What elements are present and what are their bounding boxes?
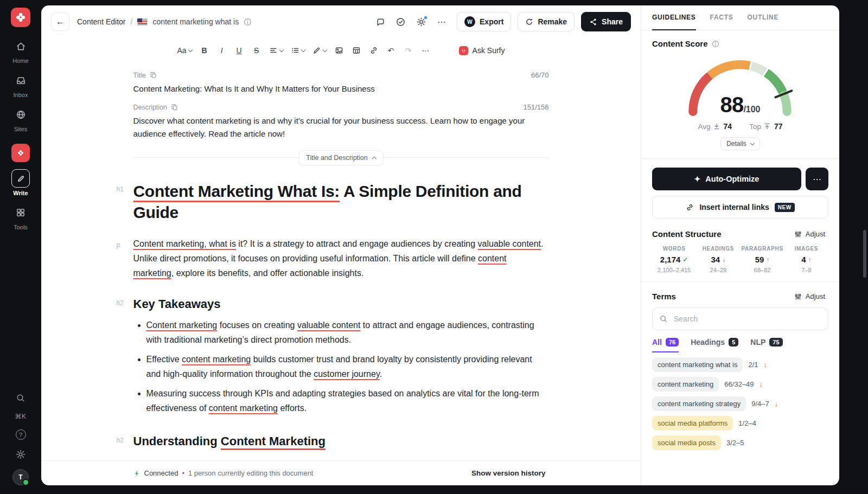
details-button[interactable]: Details <box>720 137 760 150</box>
terms-search-input[interactable] <box>673 314 821 324</box>
document-heading-1[interactable]: Content Marketing What Is: A Simple Defi… <box>133 181 549 223</box>
editor-area: ← Content Editor / content marketing wha… <box>41 5 641 485</box>
strikethrough-button[interactable]: S <box>248 42 265 59</box>
image-icon <box>335 46 343 55</box>
insert-internal-links-button[interactable]: Insert internal links NEW <box>652 196 828 219</box>
filter-count-badge: 75 <box>769 338 782 347</box>
share-button[interactable]: Share <box>581 12 631 31</box>
term-row: content marketing strategy 9/4–7 ↓ <box>652 396 828 411</box>
term-chip[interactable]: social media platforms <box>652 416 733 431</box>
block-type-label: h2 <box>117 299 124 307</box>
editing-status: 1 person currently editing this document <box>188 469 314 477</box>
terms-filter-nlp[interactable]: NLP 75 <box>750 338 782 352</box>
document-scroll-area[interactable]: Title 66/70 Content Marketing: What Is I… <box>41 63 641 460</box>
italic-button[interactable]: I <box>214 42 230 59</box>
document-heading-2[interactable]: Understanding Content Marketing <box>133 434 549 448</box>
copy-icon[interactable] <box>171 104 178 111</box>
highlight-pen-dropdown[interactable] <box>309 42 330 59</box>
tab-guidelines[interactable]: GUIDELINES <box>652 5 696 30</box>
insert-image-button[interactable] <box>331 42 347 59</box>
text-segment: . <box>380 369 382 378</box>
redo-button[interactable]: ↷ <box>400 42 417 59</box>
breadcrumb-app[interactable]: Content Editor <box>77 17 126 26</box>
document-heading-2[interactable]: Key Takeaways <box>133 297 549 311</box>
term-count: 9/4–7 <box>751 400 769 408</box>
sidebar-item-inbox[interactable]: Inbox <box>11 71 30 98</box>
surfer-logo[interactable] <box>11 8 30 27</box>
underline-button[interactable]: U <box>231 42 247 59</box>
seo-description-value[interactable]: Discover what content marketing is and w… <box>133 114 546 140</box>
tab-outline[interactable]: OUTLINE <box>747 5 778 30</box>
bullet-item[interactable]: Content marketing focuses on creating va… <box>146 318 549 347</box>
list-dropdown[interactable] <box>288 42 308 59</box>
content-score-title: Content Score <box>652 39 708 48</box>
us-flag-icon <box>137 18 148 25</box>
bullet-item[interactable]: Effective content marketing builds custo… <box>146 352 549 381</box>
document-paragraph[interactable]: Content marketing, what is it? It is a s… <box>133 236 549 281</box>
terms-filter-headings[interactable]: Headings 5 <box>691 338 738 352</box>
settings-gear-icon[interactable] <box>11 449 30 460</box>
terms-header: Terms Adjust <box>652 292 828 301</box>
sidebar-nav: Home Inbox Sites Write <box>0 37 41 230</box>
notification-dot <box>424 16 427 20</box>
terms-filter-all[interactable]: All 76 <box>652 338 679 352</box>
document-bullet-list: Content marketing focuses on creating va… <box>133 318 549 416</box>
comments-button[interactable] <box>371 13 388 30</box>
breadcrumb-document-title[interactable]: content marketing what is <box>152 17 239 26</box>
user-avatar[interactable]: T <box>12 469 29 485</box>
stat-label: HEADINGS <box>696 246 740 252</box>
arrow-down-icon: ↓ <box>722 256 725 264</box>
terms-adjust-button[interactable]: Adjust <box>791 292 828 301</box>
term-chip[interactable]: social media posts <box>652 435 721 450</box>
sidebar-item-tools[interactable]: Tools <box>11 203 30 230</box>
editor-footer: Connected • 1 person currently editing t… <box>41 460 641 485</box>
sidebar-item-label: Home <box>12 57 28 64</box>
remake-button[interactable]: Remake <box>518 12 575 31</box>
arrow-down-icon: ↓ <box>760 380 763 388</box>
optimize-more-button[interactable]: ⋯ <box>806 168 828 190</box>
editor-settings-gear-icon[interactable] <box>412 13 430 30</box>
term-count: 1/2–4 <box>738 419 756 427</box>
ask-surfy-button[interactable]: Ask Surfy <box>456 46 508 56</box>
sidebar-item-home[interactable]: Home <box>11 37 30 64</box>
bold-button[interactable]: B <box>196 42 213 59</box>
seo-title-value[interactable]: Content Marketing: What Is It and Why It… <box>133 82 549 95</box>
sidebar-item-surfer-product[interactable] <box>11 144 30 162</box>
header-more-button[interactable]: ⋯ <box>433 13 450 30</box>
copy-icon[interactable] <box>150 72 157 79</box>
term-chip[interactable]: content marketing strategy <box>652 396 746 411</box>
arrow-up-to-line-icon <box>764 123 770 130</box>
toolbar-more-button[interactable]: ⋯ <box>418 42 434 59</box>
show-version-history-link[interactable]: Show version history <box>468 469 549 478</box>
tab-facts[interactable]: FACTS <box>710 5 733 30</box>
stat-value: 4 <box>801 255 806 264</box>
sidebar-item-sites[interactable]: Sites <box>11 105 30 132</box>
sidebar-item-write[interactable]: Write <box>11 169 30 196</box>
help-icon[interactable]: ? <box>16 429 26 440</box>
align-dropdown[interactable] <box>266 42 286 59</box>
terms-filters: All 76 Headings 5 NLP 75 <box>652 338 828 352</box>
font-style-dropdown[interactable]: Aa <box>174 42 195 59</box>
insert-table-button[interactable] <box>348 42 365 59</box>
collapse-title-description-button[interactable]: Title and Description <box>298 150 383 165</box>
share-label: Share <box>602 17 623 26</box>
description-label: Description <box>133 104 168 111</box>
align-icon <box>269 46 278 55</box>
bullet-item[interactable]: Measuring success through KPIs and adapt… <box>146 386 549 415</box>
guidelines-panel: GUIDELINES FACTS OUTLINE Content Score <box>641 5 839 485</box>
undo-button[interactable]: ↶ <box>383 42 399 59</box>
checks-button[interactable] <box>392 13 409 30</box>
stat-value: 2,174 <box>660 255 681 264</box>
back-button[interactable]: ← <box>51 12 69 31</box>
export-button[interactable]: W Export <box>457 12 511 31</box>
window-scrollbar[interactable] <box>863 230 866 278</box>
structure-adjust-button[interactable]: Adjust <box>791 229 828 239</box>
insert-link-button[interactable] <box>366 42 382 59</box>
auto-optimize-button[interactable]: ✦ Auto-Optimize <box>652 168 801 190</box>
term-chip[interactable]: content marketing <box>652 377 719 392</box>
info-icon[interactable] <box>712 40 719 48</box>
search-icon[interactable] <box>11 393 30 403</box>
info-icon[interactable] <box>244 18 252 26</box>
sidebar-item-label: Write <box>13 190 28 196</box>
term-chip[interactable]: content marketing what is <box>652 357 743 372</box>
